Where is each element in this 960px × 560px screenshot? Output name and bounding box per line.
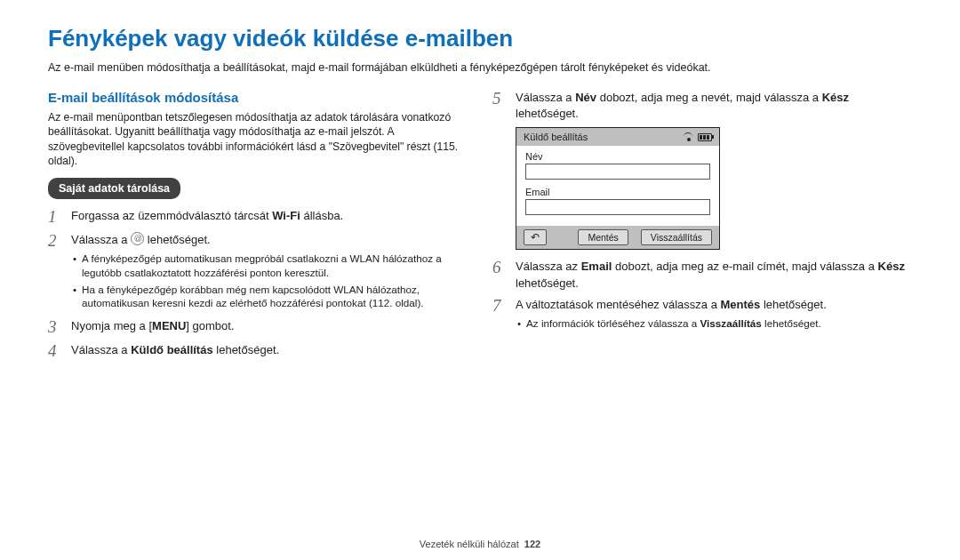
step-text: állásba. xyxy=(300,209,343,222)
step-7: 7 A változtatások mentéséhez válassza a … xyxy=(492,297,912,333)
page-title: Fényképek vagy videók küldése e-mailben xyxy=(48,25,912,52)
step-body: Válassza a Küldő beállítás lehetőséget. xyxy=(71,342,279,358)
step-body: A változtatások mentéséhez válassza a Me… xyxy=(516,297,827,333)
back-arrow-icon: ↶ xyxy=(531,231,540,244)
step-number: 2 xyxy=(48,232,71,251)
reset-button[interactable]: Visszaállítás xyxy=(641,229,712,245)
name-label: Név xyxy=(525,151,710,162)
email-icon xyxy=(131,232,144,245)
step-body: Forgassa az üzemmódválasztó tárcsát Wi-F… xyxy=(71,208,343,224)
right-column: 5 Válassza a Név dobozt, adja meg a nevé… xyxy=(492,90,912,366)
bold-term: Email xyxy=(581,260,612,273)
step-body: Válassza a Név dobozt, adja meg a nevét,… xyxy=(516,90,912,122)
bold-term: Név xyxy=(575,91,596,104)
step-text: Válassza a xyxy=(71,233,131,246)
save-button[interactable]: Mentés xyxy=(578,229,628,245)
status-icons xyxy=(684,132,712,141)
step-number: 1 xyxy=(48,208,71,227)
step-text: Válassza a xyxy=(71,343,131,356)
note-item: Ha a fényképezőgép korábban még nem kapc… xyxy=(71,283,468,311)
bold-term: Visszaállítás xyxy=(700,317,762,329)
note-text: lehetőséget. xyxy=(762,317,821,329)
step-text: lehetőséget. xyxy=(760,298,826,311)
step-text: Válassza a xyxy=(516,91,575,104)
steps-right: 5 Válassza a Név dobozt, adja meg a nevé… xyxy=(492,90,912,333)
step-text: dobozt, adja meg az e-mail címét, majd v… xyxy=(612,260,877,273)
left-column: E-mail beállítások módosítása Az e-mail … xyxy=(48,90,468,366)
step-text: ] gombot. xyxy=(186,319,234,332)
step-5: 5 Válassza a Név dobozt, adja meg a nevé… xyxy=(492,90,912,122)
step-number: 5 xyxy=(492,90,516,108)
step-number: 4 xyxy=(48,342,71,361)
step-7-notes: Az információk törléséhez válassza a Vis… xyxy=(516,316,827,331)
page-number: 122 xyxy=(524,539,540,549)
step-text: Forgassa az üzemmódválasztó tárcsát xyxy=(71,209,272,222)
section-paragraph: Az e-mail menüpontban tetszőlegesen módo… xyxy=(48,110,468,169)
step-text: Válassza az xyxy=(516,260,581,273)
step-text: A változtatások mentéséhez válassza a xyxy=(516,298,721,311)
wifi-icon xyxy=(684,132,694,141)
step-body: Válassza az Email dobozt, adja meg az e-… xyxy=(516,259,912,291)
steps-left: 1 Forgassa az üzemmódválasztó tárcsát Wi… xyxy=(48,208,468,361)
step-text: dobozt, adja meg a nevét, majd válassza … xyxy=(596,91,822,104)
back-button[interactable]: ↶ xyxy=(524,229,547,245)
step-2-notes: A fényképezőgép automatikusan megpróbál … xyxy=(71,252,468,310)
battery-icon xyxy=(698,133,712,141)
step-body: Válassza a lehetőséget. A fényképezőgép … xyxy=(71,232,468,313)
step-text: Nyomja meg a [ xyxy=(71,319,152,332)
note-text: Az információk törléséhez válassza a xyxy=(526,317,700,329)
menu-key-label: MENU xyxy=(152,319,186,332)
bold-term: Kész xyxy=(822,91,849,104)
step-text: lehetőséget. xyxy=(516,107,579,120)
step-2: 2 Válassza a lehetőséget. A fényképezőgé… xyxy=(48,232,468,313)
note-item: A fényképezőgép automatikusan megpróbál … xyxy=(71,252,468,280)
step-body: Nyomja meg a [MENU] gombot. xyxy=(71,318,235,334)
step-text: lehetőséget. xyxy=(516,276,579,290)
step-number: 7 xyxy=(492,297,516,316)
step-3: 3 Nyomja meg a [MENU] gombot. xyxy=(48,318,468,337)
step-text: lehetőséget. xyxy=(213,343,279,356)
device-title: Küldő beállítás xyxy=(524,132,588,142)
device-header: Küldő beállítás xyxy=(516,128,719,146)
device-screenshot: Küldő beállítás Név Email ↶ xyxy=(516,127,720,250)
name-field[interactable] xyxy=(525,164,710,180)
email-field[interactable] xyxy=(525,199,710,215)
step-number: 3 xyxy=(48,318,71,337)
page-footer: Vezeték nélküli hálózat 122 xyxy=(0,539,960,549)
pill-heading: Saját adatok tárolása xyxy=(48,178,180,199)
step-text: lehetőséget. xyxy=(148,233,211,246)
device-body: Név Email xyxy=(516,146,719,226)
bold-term: Mentés xyxy=(721,298,761,311)
step-6: 6 Válassza az Email dobozt, adja meg az … xyxy=(492,259,912,291)
intro-text: Az e-mail menüben módosíthatja a beállít… xyxy=(48,61,912,74)
footer-section: Vezeték nélküli hálózat xyxy=(420,539,519,549)
device-footer: ↶ Mentés Visszaállítás xyxy=(516,226,719,249)
bold-term: Kész xyxy=(878,260,905,273)
email-label: Email xyxy=(525,187,710,197)
step-number: 6 xyxy=(492,259,516,277)
note-item: Az információk törléséhez válassza a Vis… xyxy=(516,316,827,331)
section-subhead: E-mail beállítások módosítása xyxy=(48,90,468,105)
step-4: 4 Válassza a Küldő beállítás lehetőséget… xyxy=(48,342,468,361)
wifi-label: Wi-Fi xyxy=(272,209,300,222)
bold-term: Küldő beállítás xyxy=(131,343,212,356)
step-1: 1 Forgassa az üzemmódválasztó tárcsát Wi… xyxy=(48,208,468,227)
content-columns: E-mail beállítások módosítása Az e-mail … xyxy=(48,90,912,366)
